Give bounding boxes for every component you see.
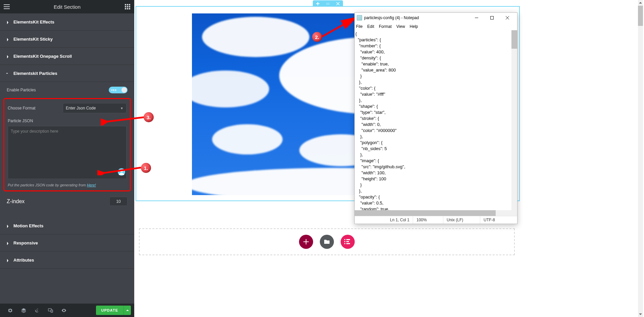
- settings-button[interactable]: [3, 304, 17, 317]
- enable-particles-row: Enable Particles YES: [7, 87, 128, 93]
- menu-button[interactable]: [0, 0, 13, 13]
- scroll-down-button[interactable]: [638, 311, 643, 317]
- section-motion-effects[interactable]: Motion Effects: [0, 217, 134, 234]
- annotation-marker-3: 3.: [144, 112, 154, 122]
- section-responsive[interactable]: Responsive: [0, 234, 134, 252]
- particle-json-label: Particle JSON: [8, 119, 127, 123]
- svg-point-21: [329, 4, 329, 4]
- assistant-avatar-icon[interactable]: [118, 168, 125, 176]
- responsive-mode-button[interactable]: [44, 304, 57, 317]
- notepad-body[interactable]: { "particles": { "number": { "value": 40…: [355, 30, 517, 216]
- svg-rect-0: [4, 4, 10, 5]
- ek-icon: [344, 239, 351, 244]
- highlighted-region: Choose Format Enter Json Code ▼ Particle…: [3, 98, 131, 191]
- panel-header: Edit Section: [0, 0, 134, 13]
- section-elementskit-sticky[interactable]: ElementsKit Sticky: [0, 31, 134, 48]
- svg-rect-22: [344, 239, 345, 240]
- svg-point-16: [326, 3, 327, 3]
- close-icon: [506, 16, 509, 19]
- template-library-button[interactable]: [320, 235, 334, 249]
- caret-up-icon: [126, 309, 129, 312]
- chevron-down-icon: ▼: [120, 106, 123, 110]
- svg-rect-23: [344, 241, 345, 242]
- choose-format-select[interactable]: Enter Json Code ▼: [63, 103, 127, 113]
- update-options-button[interactable]: [123, 306, 131, 315]
- svg-rect-9: [125, 8, 126, 9]
- notepad-app-icon: [357, 15, 362, 20]
- z-index-label: Z-index: [7, 198, 24, 205]
- scrollbar-corner: [511, 210, 517, 216]
- svg-point-19: [326, 4, 327, 4]
- gear-icon: [8, 308, 13, 313]
- svg-rect-6: [125, 6, 126, 7]
- add-new-section-button[interactable]: [299, 235, 313, 249]
- menu-file[interactable]: File: [356, 24, 362, 29]
- close-icon: [336, 2, 340, 5]
- svg-point-17: [328, 3, 328, 3]
- plus-icon: [303, 239, 309, 244]
- preview-button[interactable]: [57, 304, 70, 317]
- menu-help[interactable]: Help: [410, 24, 418, 29]
- menu-view[interactable]: View: [396, 24, 405, 29]
- grip-icon: [326, 2, 330, 5]
- z-index-input[interactable]: [109, 197, 128, 206]
- svg-rect-32: [491, 16, 494, 19]
- eye-icon: [61, 308, 66, 313]
- scrollbar-thumb[interactable]: [638, 6, 643, 26]
- svg-rect-4: [127, 4, 128, 5]
- json-hint: Put the particles JSON code by generatin…: [8, 183, 127, 187]
- notepad-vertical-scrollbar[interactable]: [511, 30, 517, 210]
- history-icon: [35, 308, 40, 313]
- svg-rect-3: [125, 4, 126, 5]
- minimize-icon: [475, 16, 478, 19]
- menu-format[interactable]: Format: [379, 24, 392, 29]
- section-attributes[interactable]: Attributes: [0, 252, 134, 269]
- section-elementskit-particles[interactable]: Elementskit Particles: [0, 65, 134, 82]
- update-button-group: UPDATE: [96, 306, 131, 315]
- minimize-button[interactable]: [469, 13, 484, 23]
- svg-rect-1: [4, 6, 10, 7]
- scroll-up-button[interactable]: [638, 0, 643, 6]
- panel-footer: UPDATE: [0, 304, 134, 317]
- notepad-menu: File Edit Format View Help: [355, 23, 517, 30]
- responsive-icon: [48, 308, 53, 313]
- notepad-window: particlesjs-config (4) - Notepad File Ed…: [354, 12, 517, 224]
- section-elementskit-effects[interactable]: ElementsKit Effects: [0, 13, 134, 31]
- page-scrollbar[interactable]: [638, 0, 643, 317]
- notepad-titlebar[interactable]: particlesjs-config (4) - Notepad: [355, 13, 517, 23]
- elementskit-templates-button[interactable]: [341, 235, 355, 249]
- notepad-text[interactable]: { "particles": { "number": { "value": 40…: [355, 30, 517, 213]
- toggle-knob: [121, 87, 127, 93]
- maximize-button[interactable]: [484, 13, 500, 23]
- grid-icon: [125, 4, 130, 9]
- edit-section-button[interactable]: [323, 0, 333, 7]
- notepad-horizontal-scrollbar[interactable]: [355, 210, 511, 216]
- widgets-grid-button[interactable]: [121, 0, 134, 13]
- svg-rect-27: [346, 243, 350, 244]
- update-button[interactable]: UPDATE: [96, 306, 123, 315]
- enable-particles-toggle[interactable]: YES: [109, 87, 128, 93]
- status-zoom: 100%: [413, 216, 443, 224]
- svg-rect-5: [129, 4, 130, 5]
- history-button[interactable]: [30, 304, 44, 317]
- scrollbar-thumb[interactable]: [511, 30, 517, 49]
- close-button[interactable]: [500, 13, 515, 23]
- particle-json-textarea[interactable]: [8, 126, 127, 179]
- svg-rect-15: [51, 310, 53, 312]
- add-new-section-area[interactable]: [139, 228, 515, 255]
- menu-edit[interactable]: Edit: [367, 24, 374, 29]
- delete-section-button[interactable]: [333, 0, 343, 7]
- folder-icon: [324, 239, 330, 244]
- add-section-button[interactable]: [313, 0, 323, 7]
- json-generator-link[interactable]: Here!: [87, 183, 96, 187]
- status-eol: Unix (LF): [443, 216, 480, 224]
- maximize-icon: [490, 16, 494, 19]
- svg-rect-8: [129, 6, 130, 7]
- section-elementskit-onepage-scroll[interactable]: ElementsKit Onepage Scroll: [0, 48, 134, 65]
- navigator-button[interactable]: [17, 304, 30, 317]
- status-encoding: UTF-8: [480, 216, 517, 224]
- choose-format-label: Choose Format: [8, 106, 36, 110]
- scrollbar-thumb[interactable]: [355, 210, 496, 216]
- notepad-status-bar: Ln 1, Col 1 100% Unix (LF) UTF-8: [355, 216, 517, 224]
- svg-rect-7: [127, 6, 128, 7]
